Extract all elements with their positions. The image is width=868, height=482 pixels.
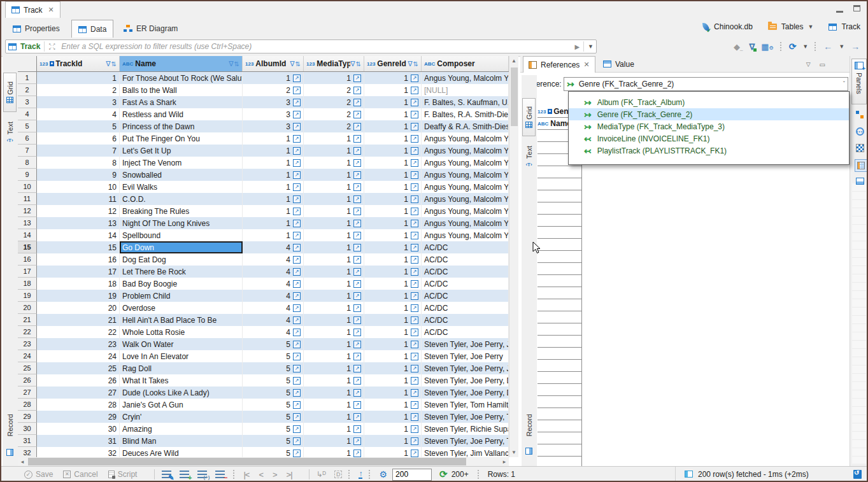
filter-sort-icon[interactable]: ∇⇅ bbox=[290, 60, 301, 68]
value-panel-icon[interactable] bbox=[855, 176, 865, 186]
record-mode-icon[interactable] bbox=[3, 446, 17, 458]
horizontal-scrollbar-thumb[interactable] bbox=[28, 458, 466, 465]
open-reference-icon[interactable]: ↗ bbox=[353, 74, 361, 82]
row-header[interactable]: 28 bbox=[18, 399, 37, 411]
cell-trackid[interactable]: 21 bbox=[37, 314, 120, 326]
open-reference-icon[interactable]: ↗ bbox=[353, 256, 361, 264]
edit-cell-icon[interactable]: ✎ bbox=[162, 471, 171, 478]
cell-genreid[interactable]: 1↗ bbox=[364, 290, 422, 302]
aggregate-panel-icon[interactable] bbox=[855, 110, 865, 120]
tab-value[interactable]: Value bbox=[598, 56, 639, 72]
row-header[interactable]: 32 bbox=[18, 447, 37, 457]
cell-mediatypeid[interactable]: 1↗ bbox=[304, 290, 364, 302]
filter-sort-icon[interactable]: ∇⇅ bbox=[106, 60, 117, 68]
cell-trackid[interactable]: 15 bbox=[37, 241, 120, 253]
open-reference-icon[interactable]: ↗ bbox=[353, 195, 361, 203]
cell-genreid[interactable]: 1↗ bbox=[364, 350, 422, 362]
cell-albumid[interactable]: 1↗ bbox=[243, 132, 304, 145]
open-reference-icon[interactable]: ↗ bbox=[411, 401, 418, 409]
cell-genreid[interactable]: 1↗ bbox=[364, 241, 422, 253]
open-reference-icon[interactable]: ↗ bbox=[353, 232, 361, 239]
cell-mediatypeid[interactable]: 1↗ bbox=[304, 338, 364, 350]
open-reference-icon[interactable]: ↗ bbox=[293, 123, 301, 131]
cell-genreid[interactable]: 1↗ bbox=[364, 314, 422, 326]
open-reference-icon[interactable]: ↗ bbox=[411, 87, 418, 94]
cell-mediatypeid[interactable]: 1↗ bbox=[304, 278, 364, 290]
cell-genreid[interactable]: 1↗ bbox=[364, 386, 422, 399]
cell-name[interactable]: Amazing bbox=[120, 423, 243, 435]
open-reference-icon[interactable]: ↗ bbox=[411, 437, 418, 445]
cell-mediatypeid[interactable]: 1↗ bbox=[304, 423, 364, 435]
row-header[interactable]: 10 bbox=[18, 181, 37, 193]
cell-genreid[interactable]: 1↗ bbox=[364, 72, 422, 84]
row-header[interactable]: 1 bbox=[18, 72, 37, 84]
cell-genreid[interactable]: 1↗ bbox=[364, 278, 422, 290]
corner-cell[interactable] bbox=[18, 56, 37, 71]
cell-trackid[interactable]: 24 bbox=[37, 350, 120, 362]
cell-name[interactable]: Dude (Looks Like A Lady) bbox=[120, 386, 243, 399]
open-reference-icon[interactable]: ↗ bbox=[411, 244, 418, 252]
open-reference-icon[interactable]: ↗ bbox=[293, 195, 301, 203]
open-reference-icon[interactable]: ↗ bbox=[353, 377, 361, 385]
cell-mediatypeid[interactable]: 1↗ bbox=[304, 386, 364, 399]
cell-name[interactable]: Breaking The Rules bbox=[120, 205, 243, 217]
row-header[interactable]: 17 bbox=[18, 266, 37, 278]
breadcrumb-table[interactable]: Track bbox=[841, 22, 860, 31]
refresh-menu-icon[interactable]: ▼ bbox=[802, 43, 808, 50]
refresh-icon[interactable]: ⟳ bbox=[789, 41, 797, 52]
cell-mediatypeid[interactable]: 2↗ bbox=[304, 84, 364, 96]
row-header[interactable]: 29 bbox=[18, 411, 37, 423]
open-reference-icon[interactable]: ↗ bbox=[293, 99, 301, 106]
open-reference-icon[interactable]: ↗ bbox=[411, 389, 418, 397]
cell-mediatypeid[interactable]: 1↗ bbox=[304, 193, 364, 205]
cell-trackid[interactable]: 31 bbox=[37, 435, 120, 447]
cell-mediatypeid[interactable]: 1↗ bbox=[304, 145, 364, 157]
scroll-up-icon[interactable]: ▲ bbox=[509, 58, 518, 64]
row-header[interactable]: 11 bbox=[18, 193, 37, 205]
cell-trackid[interactable]: 32 bbox=[37, 447, 120, 457]
cell-genreid[interactable]: 1↗ bbox=[364, 326, 422, 338]
cell-mediatypeid[interactable]: 1↗ bbox=[304, 169, 364, 181]
cell-trackid[interactable]: 2 bbox=[37, 84, 120, 96]
row-header[interactable]: 24 bbox=[18, 350, 37, 362]
open-reference-icon[interactable]: ↗ bbox=[411, 365, 418, 372]
cell-albumid[interactable]: 5↗ bbox=[243, 399, 304, 411]
cell-albumid[interactable]: 4↗ bbox=[243, 326, 304, 338]
cell-composer[interactable]: Angus Young, Malcolm Young, Brian Johnso… bbox=[422, 181, 509, 193]
cell-genreid[interactable]: 1↗ bbox=[364, 253, 422, 266]
cell-mediatypeid[interactable]: 2↗ bbox=[304, 96, 364, 108]
cell-mediatypeid[interactable]: 1↗ bbox=[304, 205, 364, 217]
open-reference-icon[interactable]: ↗ bbox=[293, 256, 301, 264]
open-reference-icon[interactable]: ↗ bbox=[353, 111, 361, 118]
open-reference-icon[interactable]: ↗ bbox=[353, 329, 361, 336]
cell-trackid[interactable]: 17 bbox=[37, 266, 120, 278]
view-menu-icon[interactable]: ▽ bbox=[806, 61, 811, 68]
fetch-more-label[interactable]: 200+ bbox=[452, 470, 469, 479]
cell-composer[interactable]: AC/DC bbox=[422, 290, 509, 302]
open-reference-icon[interactable]: ↗ bbox=[293, 183, 301, 191]
scroll-down-icon[interactable]: ▼ bbox=[509, 450, 518, 455]
cell-genreid[interactable]: 1↗ bbox=[364, 266, 422, 278]
open-reference-icon[interactable]: ↗ bbox=[411, 316, 418, 324]
ref-tab-record[interactable]: Record bbox=[522, 408, 536, 443]
cell-mediatypeid[interactable]: 1↗ bbox=[304, 241, 364, 253]
open-reference-icon[interactable]: ↗ bbox=[411, 353, 418, 360]
back-icon[interactable]: ← bbox=[823, 41, 832, 52]
row-header[interactable]: 14 bbox=[18, 229, 37, 241]
cell-mediatypeid[interactable]: 1↗ bbox=[304, 326, 364, 338]
open-reference-icon[interactable]: ↗ bbox=[293, 268, 301, 276]
cell-name[interactable]: Dog Eat Dog bbox=[120, 253, 243, 266]
open-reference-icon[interactable]: ↗ bbox=[353, 220, 361, 227]
cell-trackid[interactable]: 13 bbox=[37, 217, 120, 229]
column-header-albumid[interactable]: 123AlbumId∇⇅ bbox=[243, 56, 304, 71]
cell-name[interactable]: Fast As a Shark bbox=[120, 96, 243, 108]
column-header-mediatypeid[interactable]: 123MediaTypeId∇⇅ bbox=[304, 56, 364, 71]
open-reference-icon[interactable]: ↗ bbox=[293, 244, 301, 252]
cell-albumid[interactable]: 5↗ bbox=[243, 374, 304, 386]
cell-albumid[interactable]: 5↗ bbox=[243, 350, 304, 362]
cell-composer[interactable]: Angus Young, Malcolm Young, Brian Johnso… bbox=[422, 157, 509, 169]
row-header[interactable]: 5 bbox=[18, 120, 37, 132]
open-reference-icon[interactable]: ↗ bbox=[411, 111, 418, 118]
vertical-scrollbar-thumb[interactable] bbox=[511, 67, 518, 126]
cell-trackid[interactable]: 27 bbox=[37, 386, 120, 399]
